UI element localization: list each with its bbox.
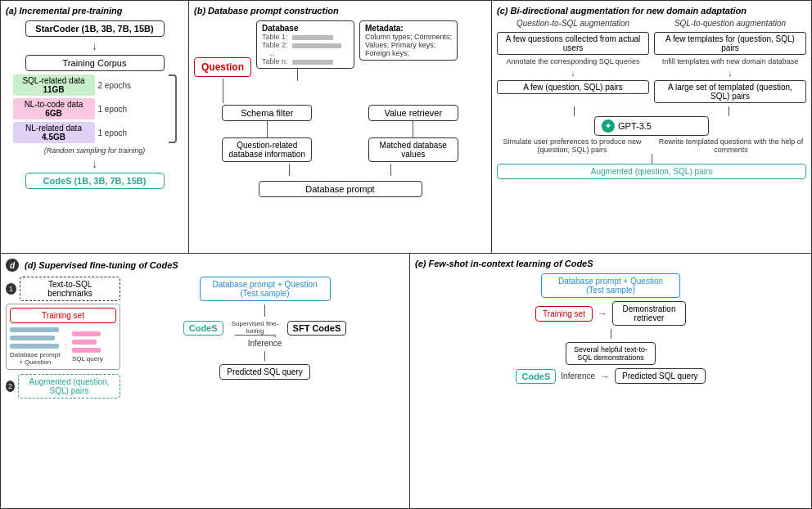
- inference-label-e: Inference: [561, 372, 595, 381]
- nl-related-row: NL-related data 4.5GB 1 epoch: [13, 122, 177, 143]
- gpt-notes: Simulate user preferences to produce new…: [497, 137, 806, 154]
- arrow-line-h: →: [235, 335, 276, 336]
- converge-arrows: [194, 164, 486, 176]
- panel-b-title: (b) Database prompt construction: [194, 6, 486, 16]
- panel-e: (e) Few-shot in-context learning of Code…: [410, 254, 811, 508]
- top-row: (a) Incremental pre-training StarCoder (…: [1, 1, 811, 254]
- codes-sft-row: CodeS Supervised fine-tuning → SFT CodeS: [183, 320, 347, 336]
- training-set-d: Training set: [10, 308, 116, 323]
- panel-c-cols: Question-to-SQL augmentation A few quest…: [497, 19, 806, 103]
- question-area: Question: [194, 41, 251, 103]
- col2-title: SQL-to-question augmentation: [674, 19, 786, 28]
- sql-line1: [72, 331, 101, 336]
- sql-label: SQL-related data: [16, 76, 92, 85]
- starcoder-box: StarCoder (1B, 3B, 7B, 15B): [25, 20, 165, 37]
- badge1-row: 1 Text-to-SQL benchmarks: [6, 277, 120, 301]
- predicted-box-e: Predicted SQL query: [615, 368, 705, 384]
- metadata-items: Column types; Comments;Values; Primary k…: [365, 33, 452, 57]
- db-tablen: Table n:: [262, 57, 349, 65]
- panel-c: (c) Bi-directional augmentation for new …: [492, 1, 811, 253]
- few-sql-pairs-box: A few (question, SQL) pairs: [497, 80, 649, 94]
- sql-size: 11GB: [16, 85, 92, 94]
- demonstration-box: Demonstration retriever: [612, 301, 686, 326]
- badge-1: 1: [6, 283, 16, 295]
- value-retriever-col: Value retriever: [368, 105, 458, 137]
- badge-2: 2: [6, 381, 15, 392]
- arrow-demo-down: [611, 329, 611, 339]
- codes-box-e: CodeS: [516, 369, 556, 384]
- training-corpus-box: Training Corpus: [25, 55, 165, 71]
- nl-related-box: NL-related data 4.5GB: [13, 122, 95, 143]
- left-converge: [289, 164, 290, 176]
- arrow-gpt-r: [729, 106, 729, 116]
- metadata-box: Metadata: Column types; Comments;Values;…: [359, 20, 458, 61]
- sql-to-q-col: SQL-to-question augmentation A few templ…: [654, 19, 806, 103]
- nl-code-row: NL-to-code data 6GB 1 epoch: [13, 98, 177, 119]
- arrow-augmented: [652, 154, 652, 164]
- bottom-row: d (d) Supervised fine-tuning of CodeS 1 …: [1, 254, 811, 508]
- col1-title: Question-to-SQL augmentation: [517, 19, 629, 28]
- matched-values-box: Matched database values: [368, 137, 458, 162]
- right-converge: [390, 164, 391, 176]
- sql-lines: SQL query: [72, 331, 103, 363]
- test-sample-e: Database prompt + Question (Test sample): [541, 273, 680, 298]
- vr-arrow: [413, 121, 413, 137]
- filter-retriever-row: Schema filter Value retriever: [194, 105, 486, 137]
- db-arrow-line: [297, 69, 354, 81]
- simulate-note: Simulate user preferences to produce new…: [497, 137, 647, 154]
- arrow-q1: ↓: [571, 68, 575, 78]
- db-dots: ...: [262, 49, 349, 57]
- nl-code-label: NL-to-code data: [16, 100, 92, 109]
- panel-a: (a) Incremental pre-training StarCoder (…: [1, 1, 189, 253]
- table2-bar: [292, 43, 341, 48]
- nl-related-label: NL-related data: [16, 124, 92, 133]
- training-set-e: Training set: [535, 306, 593, 322]
- db-q-label: Database prompt+ Question: [10, 351, 60, 366]
- panel-a-title: (a) Incremental pre-training: [6, 6, 183, 16]
- colon-sep: :: [65, 342, 67, 350]
- database-area: Database Table 1: Table 2: ... Table n:: [256, 20, 354, 81]
- ts-e-col: Training set: [535, 306, 593, 322]
- sql-data-box: SQL-related data 11GB: [13, 74, 95, 96]
- sql-label: SQL query: [72, 355, 103, 363]
- brace-right: [169, 74, 177, 143]
- data-lines-row: Database prompt+ Question : SQL query: [10, 327, 116, 366]
- few-questions-box: A few questions collected from actual us…: [497, 32, 649, 55]
- gpt-box: ✦ GPT-3.5: [594, 116, 709, 136]
- main-container: (a) Incremental pre-training StarCoder (…: [0, 0, 812, 509]
- question-related-box: Question-related database information: [222, 137, 312, 162]
- arrow-test-d: [264, 304, 265, 317]
- text-to-sql-box: Text-to-SQL benchmarks: [20, 277, 120, 301]
- test-sample-d: Database prompt + Question (Test sample): [200, 277, 331, 301]
- panel-d: d (d) Supervised fine-tuning of CodeS 1 …: [1, 254, 410, 508]
- helpful-demos-box: Several helpful text-to-SQL demonstratio…: [566, 342, 656, 365]
- sql-line3: [72, 348, 101, 353]
- predicted-box-d: Predicted SQL query: [219, 364, 309, 380]
- database-prompt-box: Database prompt: [259, 181, 422, 197]
- arrow-infer-d: [264, 351, 265, 361]
- arrow-gpt-l: [574, 106, 575, 116]
- arrow-to-demo: →: [598, 308, 607, 319]
- codes-row-e: CodeS Inference → Predicted SQL query: [516, 368, 705, 384]
- arrow-line-q: [223, 79, 223, 103]
- sft-codes-box: SFT CodeS: [287, 321, 347, 336]
- sql-line2: [72, 340, 97, 345]
- db-title: Database: [262, 24, 349, 33]
- value-retriever-box: Value retriever: [368, 105, 458, 121]
- line2: [10, 336, 55, 340]
- line3: [10, 344, 59, 349]
- gpt-icon: ✦: [602, 119, 615, 133]
- sf-arrow: [267, 121, 268, 137]
- middle-row-e: Training set → Demonstration retriever: [535, 301, 686, 326]
- nl-related-size: 4.5GB: [16, 133, 92, 142]
- schema-filter-col: Schema filter: [222, 105, 312, 137]
- templated-sql-pairs-box: A large set of templated (question, SQL)…: [654, 80, 806, 103]
- arrow-infer-e: →: [600, 371, 610, 382]
- panel-c-title: (c) Bi-directional augmentation for new …: [497, 6, 806, 16]
- panel-b-top: Question Database Table 1: Table 2:: [194, 20, 486, 103]
- database-box: Database Table 1: Table 2: ... Table n:: [256, 20, 354, 69]
- panel-e-content: Database prompt + Question (Test sample)…: [415, 273, 806, 384]
- nl-related-epochs: 1 epoch: [98, 128, 128, 137]
- badge-d: d: [6, 259, 19, 272]
- panel-a-content: StarCoder (1B, 3B, 7B, 15B) ↓ Training C…: [6, 20, 183, 189]
